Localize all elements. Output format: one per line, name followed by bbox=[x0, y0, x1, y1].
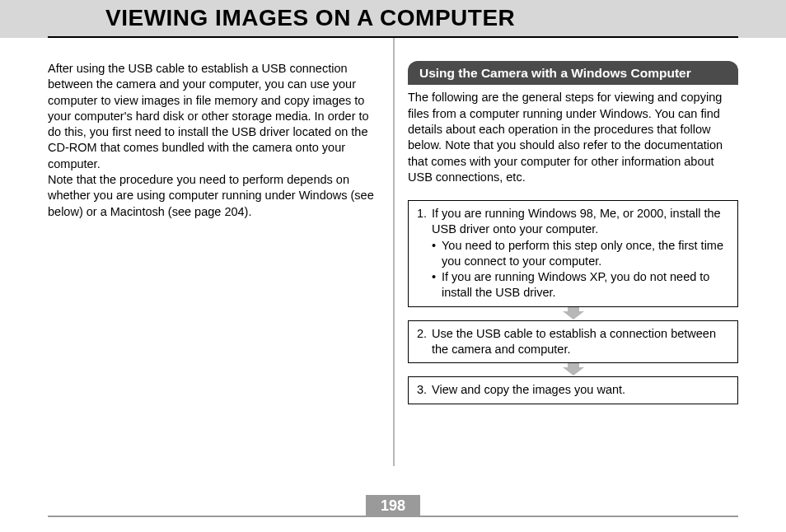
step-number: 1. bbox=[417, 206, 432, 238]
page-title: VIEWING IMAGES ON A COMPUTER bbox=[105, 5, 738, 31]
bullet-icon: • bbox=[432, 269, 442, 301]
intro-paragraph-2: Note that the procedure you need to perf… bbox=[48, 172, 378, 220]
step-box-3: 3. View and copy the images you want. bbox=[408, 376, 738, 404]
title-wrap: VIEWING IMAGES ON A COMPUTER bbox=[48, 5, 738, 38]
svg-marker-1 bbox=[563, 363, 584, 376]
intro-paragraph-1: After using the USB cable to establish a… bbox=[48, 61, 378, 172]
column-divider bbox=[393, 38, 395, 466]
content-area: After using the USB cable to establish a… bbox=[0, 38, 786, 404]
step-number: 2. bbox=[417, 326, 432, 358]
step-text: Use the USB cable to establish a connect… bbox=[432, 326, 729, 358]
page-header: VIEWING IMAGES ON A COMPUTER bbox=[0, 0, 786, 38]
section-intro: The following are the general steps for … bbox=[408, 90, 738, 185]
right-column: Using the Camera with a Windows Computer… bbox=[393, 61, 738, 404]
step-bullets: • You need to perform this step only onc… bbox=[417, 238, 729, 301]
manual-page: VIEWING IMAGES ON A COMPUTER After using… bbox=[0, 0, 786, 532]
bullet-text: You need to perform this step only once,… bbox=[442, 238, 729, 270]
bullet-icon: • bbox=[432, 238, 442, 270]
down-arrow-icon bbox=[408, 363, 738, 376]
step-text: If you are running Windows 98, Me, or 20… bbox=[432, 206, 729, 238]
step-box-2: 2. Use the USB cable to establish a conn… bbox=[408, 320, 738, 364]
bullet-text: If you are running Windows XP, you do no… bbox=[442, 269, 729, 301]
left-column: After using the USB cable to establish a… bbox=[48, 61, 393, 404]
steps-list: 1. If you are running Windows 98, Me, or… bbox=[408, 200, 738, 404]
page-footer: 198 bbox=[48, 516, 738, 517]
section-heading: Using the Camera with a Windows Computer bbox=[408, 61, 738, 85]
svg-marker-0 bbox=[563, 307, 584, 320]
step-number: 3. bbox=[417, 382, 432, 398]
step-text: View and copy the images you want. bbox=[432, 382, 729, 398]
step-box-1: 1. If you are running Windows 98, Me, or… bbox=[408, 200, 738, 307]
down-arrow-icon bbox=[408, 307, 738, 320]
page-number: 198 bbox=[366, 495, 420, 517]
